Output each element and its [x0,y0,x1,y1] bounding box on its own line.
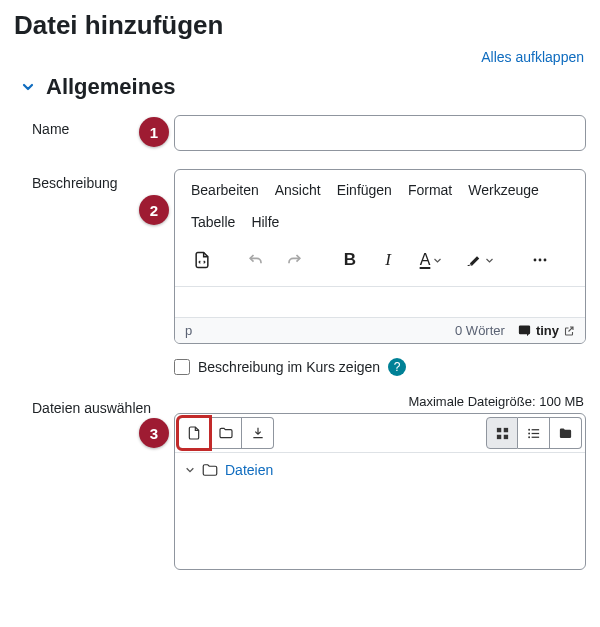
editor-word-count: 0 Wörter [455,323,505,338]
svg-point-1 [539,259,542,262]
download-icon [250,425,266,441]
collapse-section-button[interactable] [14,73,42,101]
editor-menu-tools[interactable]: Werkzeuge [468,182,539,198]
folder-solid-icon [558,426,573,441]
step-marker-2: 2 [139,195,169,225]
editor-highlight-button[interactable] [457,244,501,276]
filepicker-view-tree-button[interactable] [550,417,582,449]
file-code-icon [192,250,212,270]
files-label: Dateien auswählen [32,400,151,416]
editor-menu-format[interactable]: Format [408,182,452,198]
step-marker-3: 3 [139,418,169,448]
editor-bold-button[interactable]: B [333,244,367,276]
list-icon [526,426,541,441]
editor-menu-edit[interactable]: Bearbeiten [191,182,259,198]
rich-text-editor: Bearbeiten Ansicht Einfügen Format Werkz… [174,169,586,344]
tiny-logo-icon [517,323,532,338]
bold-icon: B [344,250,356,270]
editor-menu-table[interactable]: Tabelle [191,214,235,230]
filepicker-root-link[interactable]: Dateien [225,462,273,478]
filepicker-view-list-button[interactable] [518,417,550,449]
editor-menu-view[interactable]: Ansicht [275,182,321,198]
chevron-down-icon [20,79,36,95]
svg-point-7 [528,428,530,430]
editor-menubar: Bearbeiten Ansicht Einfügen Format Werkz… [175,170,585,240]
editor-redo-button[interactable] [277,244,311,276]
svg-point-2 [544,259,547,262]
help-icon[interactable]: ? [388,358,406,376]
chevron-down-icon [485,256,494,265]
external-link-icon [563,325,575,337]
svg-rect-10 [532,432,540,433]
expand-all-link[interactable]: Alles aufklappen [481,49,584,65]
editor-branding[interactable]: tiny [517,323,575,338]
folder-icon [218,425,234,441]
filepicker-add-folder-button[interactable] [210,417,242,449]
editor-menu-insert[interactable]: Einfügen [337,182,392,198]
svg-point-9 [528,432,530,434]
editor-menu-help[interactable]: Hilfe [251,214,279,230]
editor-undo-button[interactable] [239,244,273,276]
italic-icon: I [385,250,391,270]
chevron-down-icon [433,256,442,265]
folder-outline-icon [201,461,219,479]
filepicker-add-file-button[interactable] [178,417,210,449]
editor-code-button[interactable] [185,244,219,276]
svg-rect-12 [532,436,540,437]
grid-icon [495,426,510,441]
editor-italic-button[interactable]: I [371,244,405,276]
show-description-label: Beschreibung im Kurs zeigen [198,359,380,375]
text-color-icon: A [420,251,431,269]
editor-more-button[interactable] [523,244,557,276]
more-icon [530,250,550,270]
editor-path[interactable]: p [185,323,192,338]
section-title: Allgemeines [46,74,176,100]
editor-toolbar: B I A [175,240,585,287]
file-icon [186,425,202,441]
filepicker-view-grid-button[interactable] [486,417,518,449]
filepicker-download-button[interactable] [242,417,274,449]
svg-rect-3 [496,427,500,431]
show-description-checkbox[interactable] [174,359,190,375]
svg-rect-8 [532,429,540,430]
redo-icon [284,250,304,270]
svg-point-11 [528,436,530,438]
svg-rect-5 [496,434,500,438]
undo-icon [246,250,266,270]
tree-toggle-icon[interactable] [185,465,195,475]
name-input[interactable] [174,115,586,151]
step-marker-1: 1 [139,117,169,147]
svg-rect-6 [503,434,507,438]
max-file-size-text: Maximale Dateigröße: 100 MB [174,394,586,409]
page-title: Datei hinzufügen [14,10,586,41]
svg-rect-4 [503,427,507,431]
description-label: Beschreibung [32,175,118,191]
name-label: Name [32,121,69,137]
editor-content-area[interactable] [175,287,585,317]
file-picker: Dateien [174,413,586,570]
highlight-icon [465,251,483,269]
svg-point-0 [534,259,537,262]
editor-textcolor-button[interactable]: A [409,244,453,276]
